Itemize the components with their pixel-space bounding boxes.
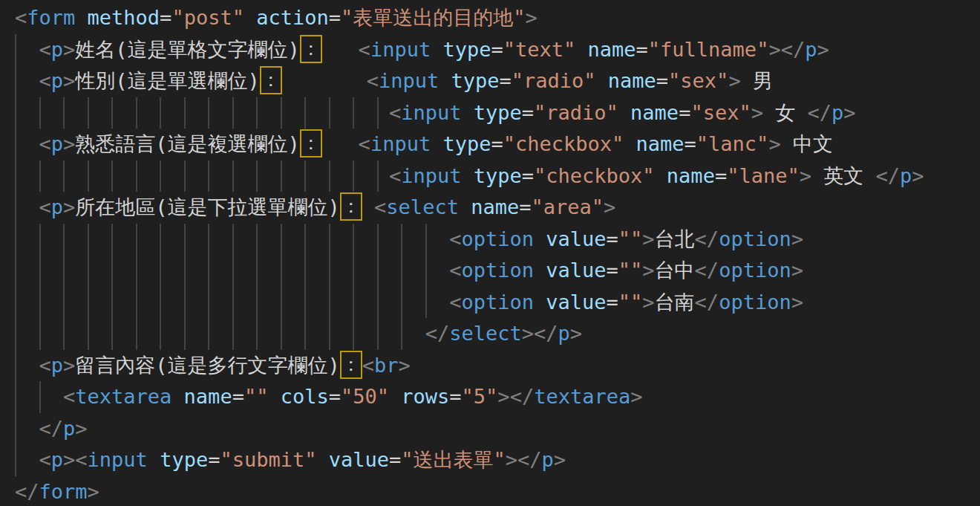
code-line[interactable]: <option value="">台北</option>: [15, 224, 980, 256]
code-token-ws: [362, 195, 374, 218]
code-line[interactable]: <p>所在地區(這是下拉選單欄位)： <select name="area">: [15, 192, 980, 224]
code-token-tag: textarea: [534, 385, 630, 408]
code-token-punct: <: [39, 448, 51, 471]
code-token-attr: rows: [401, 385, 449, 408]
code-token-attr: name: [184, 385, 232, 408]
code-token-attr: value: [546, 259, 606, 282]
code-token-str: "checkbox": [503, 132, 624, 155]
code-token-eq: =: [491, 38, 503, 61]
code-token-str: "radio": [534, 101, 618, 124]
code-token-punct: </: [510, 385, 535, 408]
code-token-attr: type: [160, 448, 208, 471]
code-token-punct: >: [642, 291, 654, 314]
code-token-punct: </: [695, 227, 719, 250]
code-token-attr: type: [474, 101, 522, 124]
indent-whitespace: [15, 385, 63, 408]
code-token-tag: p: [542, 448, 554, 471]
code-token-ws: [575, 38, 587, 61]
code-line[interactable]: <option value="">台南</option>: [15, 287, 980, 319]
code-line[interactable]: </p>: [15, 413, 980, 445]
indent-whitespace: [15, 164, 389, 187]
code-token-punct: <: [39, 69, 51, 92]
code-token-tag: br: [374, 354, 399, 377]
code-line[interactable]: <input type="radio" name="sex"> 女 </p>: [15, 97, 980, 129]
code-line-content: </select></p>: [15, 322, 582, 345]
code-token-tag: input: [370, 132, 431, 155]
indent-whitespace: [15, 195, 39, 218]
code-token-tag: option: [719, 259, 791, 282]
code-line-content: <input type="radio" name="sex"> 女 </p>: [15, 101, 856, 124]
code-token-tag: p: [51, 132, 63, 155]
unicode-highlight-box: ：: [340, 351, 362, 379]
code-token-tag: option: [461, 291, 534, 314]
code-line[interactable]: <p>姓名(這是單格文字欄位)： <input type="text" name…: [15, 34, 980, 66]
code-token-txt: 留言內容(這是多行文字欄位): [75, 354, 340, 377]
indent-whitespace: [15, 417, 39, 440]
code-token-punct: <: [362, 354, 374, 377]
code-line[interactable]: </form>: [15, 476, 980, 506]
code-token-ws: [431, 38, 442, 61]
code-token-punct: </: [15, 480, 39, 503]
code-token-punct: >: [604, 195, 615, 218]
code-token-punct: >: [843, 101, 855, 124]
code-line[interactable]: <p>性別(這是單選欄位)： <input type="radio" name=…: [15, 65, 980, 97]
code-token-txt: 男: [741, 69, 773, 92]
code-token-attr: name: [588, 38, 636, 61]
code-token-str: "fullname": [648, 38, 769, 61]
code-line-content: <option value="">台北</option>: [15, 227, 803, 250]
code-token-punct: >: [817, 38, 829, 61]
code-token-eq: =: [685, 132, 696, 155]
code-line[interactable]: <option value="">台中</option>: [15, 255, 980, 287]
code-token-str: "表單送出的目的地": [341, 6, 526, 29]
code-token-eq: =: [389, 448, 401, 471]
code-token-txt: 姓名(這是單格文字欄位): [75, 38, 300, 61]
code-token-attr: type: [451, 69, 499, 92]
code-line[interactable]: <p>留言內容(這是多行文字欄位)：<br>: [15, 350, 980, 382]
code-line-content: <p>熟悉語言(這是複選欄位)： <input type="checkbox" …: [15, 132, 833, 155]
code-line[interactable]: <p><input type="submit" value="送出表單"></p…: [15, 444, 980, 476]
code-line[interactable]: <input type="checkbox" name="lane"> 英文 <…: [15, 160, 980, 192]
code-token-punct: >: [63, 195, 75, 218]
code-token-punct: </: [781, 38, 806, 61]
unicode-highlight-box: ：: [260, 66, 282, 94]
code-token-attr: cols: [281, 385, 329, 408]
code-editor[interactable]: <form method="post" action="表單送出的目的地"> <…: [0, 0, 980, 506]
code-token-tag: p: [51, 195, 63, 218]
code-token-str: "5": [462, 385, 498, 408]
code-token-tag: select: [386, 195, 459, 218]
code-token-punct: </: [534, 322, 558, 345]
code-token-eq: =: [656, 69, 668, 92]
indent-whitespace: [15, 69, 39, 92]
code-token-tag: form: [39, 480, 88, 503]
code-token-eq: =: [607, 291, 618, 314]
code-token-attr: name: [471, 195, 519, 218]
code-token-punct: <: [389, 101, 401, 124]
code-line-content: <form method="post" action="表單送出的目的地">: [15, 6, 538, 29]
code-token-punct: <: [39, 38, 51, 61]
code-token-txt: 熟悉語言(這是複選欄位): [75, 132, 300, 155]
code-token-eq: =: [232, 385, 244, 408]
code-line[interactable]: <p>熟悉語言(這是複選欄位)： <input type="checkbox" …: [15, 129, 980, 160]
code-token-txt: 英文: [811, 164, 876, 187]
code-token-eq: =: [522, 164, 534, 187]
code-line[interactable]: </select></p>: [15, 318, 980, 350]
code-token-str: "text": [503, 38, 576, 61]
code-token-punct: <: [39, 354, 51, 377]
code-token-ws: [439, 69, 451, 92]
code-token-tag: p: [805, 38, 817, 61]
code-line[interactable]: <form method="post" action="表單送出的目的地">: [15, 2, 980, 34]
code-line[interactable]: <textarea name="" cols="50" rows="5"></t…: [15, 381, 980, 413]
code-token-str: "radio": [512, 69, 596, 92]
code-token-ws: [431, 132, 442, 155]
code-line-content: <input type="checkbox" name="lane"> 英文 <…: [15, 164, 924, 187]
code-token-punct: </: [695, 291, 719, 314]
code-token-eq: =: [491, 132, 503, 155]
code-token-tag: input: [370, 38, 431, 61]
code-token-punct: >: [800, 164, 811, 187]
code-token-ws: [618, 101, 630, 124]
code-token-tag: input: [88, 448, 148, 471]
indent-whitespace: [15, 354, 39, 377]
code-token-ws: [461, 101, 473, 124]
code-token-ws: [322, 38, 359, 61]
code-token-txt: 台北: [655, 227, 695, 250]
